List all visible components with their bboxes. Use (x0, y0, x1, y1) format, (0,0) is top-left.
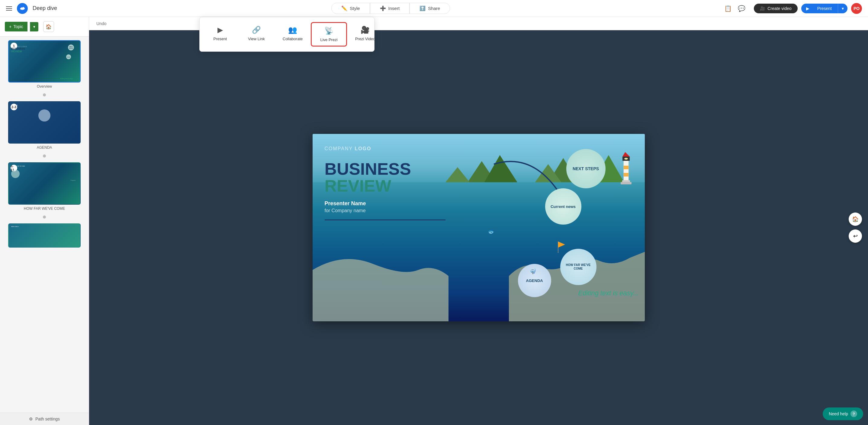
present-dropdown-icon: ▶ (217, 26, 223, 34)
sidebar-toolbar: + Topic ▾ 🏠 (0, 17, 89, 36)
help-icon: ? (850, 410, 857, 417)
need-help-label: Need help (829, 412, 848, 416)
path-settings-button[interactable]: ⚙ Path settings (5, 417, 84, 421)
share-liveprezi-label: Live Prezi (320, 37, 337, 42)
need-help-button[interactable]: Need help ? (823, 407, 863, 420)
style-label: Style (350, 6, 360, 11)
prezivideo-icon: 🎥 (361, 26, 370, 34)
presentation-slide[interactable]: COMPANY LOGO BUSINESS REVIEW Presenter N… (313, 134, 645, 321)
fish-icon: 🐟 (488, 228, 495, 235)
notes-icon[interactable]: 📋 (724, 5, 732, 12)
video-camera-icon: 🎥 (760, 6, 765, 11)
path-settings-label: Path settings (35, 417, 60, 421)
slide-text-area: COMPANY LOGO BUSINESS REVIEW Presenter N… (325, 146, 445, 220)
menu-icon[interactable] (6, 6, 12, 10)
sidebar-item-newgoals[interactable]: NEW GOALS (2, 223, 86, 248)
sidebar-item-agenda[interactable]: 2-3 AGENDA AGENDA (2, 101, 86, 150)
svg-rect-9 (624, 160, 628, 181)
create-video-label: Create video (768, 6, 791, 11)
topbar: Deep dive ✏️ Style ➕ Insert ⬆️ Share 📋 💬… (0, 0, 868, 17)
share-liveprezi-item[interactable]: 📡 Live Prezi (311, 22, 347, 47)
slide-label-3: HOW FAR WE'VE COME (24, 206, 65, 211)
slide-thumb-1[interactable]: 1 COMPANY LOGO BUSINESS REVIEW NEXT STEP… (8, 40, 81, 83)
link-icon: 🔗 (252, 26, 261, 34)
share-dropdown: ▶ Present 🔗 View Link 👥 Collaborate 📡 Li… (199, 17, 374, 52)
present-button[interactable]: ▶ Present ▾ (801, 4, 847, 13)
logo-bold: LOGO (354, 146, 371, 151)
nav-back-button[interactable]: ↩ (849, 229, 862, 243)
present-label: Present (811, 4, 838, 13)
undo-button[interactable]: Undo (96, 21, 106, 26)
slide-thumb-4[interactable]: NEW GOALS (8, 223, 81, 248)
connector-2 (2, 154, 86, 158)
collaborate-icon: 👥 (288, 26, 297, 34)
business-review-title: BUSINESS REVIEW (325, 161, 445, 194)
current-news-text: Current news (551, 204, 576, 209)
tab-share[interactable]: ⬆️ Share (409, 3, 450, 14)
slide-label-1: Overview (37, 84, 52, 89)
topbar-action-icons: 📋 💬 (724, 5, 745, 12)
circle-next-steps[interactable]: NEXT STEPS (566, 149, 606, 188)
topbar-right: 📋 💬 🎥 Create video ▶ Present ▾ PO (718, 3, 868, 14)
thumb-inner-4: NEW GOALS (9, 224, 80, 247)
share-prezivideo-label: Prezi Video (355, 36, 375, 41)
svg-rect-16 (621, 182, 631, 185)
present-chevron-icon[interactable]: ▾ (838, 4, 847, 13)
circle-how-far[interactable]: HOW FAR WE'VE COME (560, 249, 596, 285)
circle-current-news[interactable]: Current news (545, 188, 581, 225)
thumb-inner-3: HOW FAR WE'VE COME Progress (9, 163, 80, 204)
svg-rect-11 (624, 166, 628, 169)
slide-label-2: AGENDA (37, 145, 52, 150)
share-present-item[interactable]: ▶ Present (202, 22, 238, 45)
presenter-sub: for Company name (325, 208, 445, 214)
avatar[interactable]: PO (851, 3, 862, 14)
share-collaborate-item[interactable]: 👥 Collaborate (275, 22, 311, 45)
path-icon: ⚙ (29, 417, 33, 421)
svg-rect-12 (624, 173, 628, 176)
style-icon: ✏️ (341, 5, 347, 11)
prezi-logo-icon[interactable] (17, 3, 28, 14)
tab-style[interactable]: ✏️ Style (331, 3, 370, 14)
share-collaborate-label: Collaborate (283, 36, 303, 41)
company-logo-text: COMPANY LOGO (325, 146, 445, 151)
thumb-inner-2: AGENDA (9, 102, 80, 143)
lighthouse (618, 150, 633, 191)
share-viewlink-item[interactable]: 🔗 View Link (238, 22, 275, 45)
nav-home-button[interactable]: 🏠 (849, 213, 862, 226)
plus-icon: + (9, 24, 11, 29)
share-viewlink-label: View Link (248, 36, 265, 41)
share-label: Share (428, 6, 440, 11)
divider-line (325, 220, 445, 220)
connector-dot-2 (43, 154, 46, 158)
svg-point-17 (624, 158, 628, 160)
comments-icon[interactable]: 💬 (738, 5, 745, 12)
share-present-label: Present (214, 36, 227, 41)
present-play-icon: ▶ (801, 4, 811, 13)
agenda-text: AGENDA (526, 278, 543, 283)
title-line1: BUSINESS (325, 161, 445, 177)
topic-chevron-button[interactable]: ▾ (30, 22, 38, 31)
sidebar-item-howfar[interactable]: 4-11 HOW FAR WE'VE COME Progress HOW FAR… (2, 162, 86, 211)
tab-insert[interactable]: ➕ Insert (370, 3, 410, 14)
share-prezivideo-item[interactable]: 🎥 Prezi Video (347, 22, 383, 45)
main-canvas: COMPANY LOGO BUSINESS REVIEW Presenter N… (89, 30, 868, 425)
sidebar-item-overview[interactable]: 1 COMPANY LOGO BUSINESS REVIEW NEXT STEP… (2, 40, 86, 89)
thumb-inner-1: COMPANY LOGO BUSINESS REVIEW NEXT STEPS … (9, 41, 80, 82)
right-nav: 🏠 ↩ (849, 213, 862, 243)
liveprezi-icon: 📡 (324, 27, 334, 35)
slide-thumb-2[interactable]: 2-3 AGENDA (8, 101, 81, 144)
connector-dot-3 (43, 216, 46, 219)
create-video-button[interactable]: 🎥 Create video (754, 4, 797, 13)
app-title: Deep dive (33, 5, 57, 11)
sidebar: + Topic ▾ 🏠 1 COMPANY LOGO BUSINESS REVI… (0, 17, 89, 425)
sidebar-items: 1 COMPANY LOGO BUSINESS REVIEW NEXT STEP… (0, 36, 89, 413)
editing-text: Editing text is easy... (578, 289, 639, 297)
sidebar-home-button[interactable]: 🏠 (43, 21, 54, 32)
slide-thumb-3[interactable]: 4-11 HOW FAR WE'VE COME Progress (8, 162, 81, 205)
diver-icon: 🤿 (529, 268, 536, 275)
topic-button[interactable]: + Topic (5, 22, 28, 31)
connector-1 (2, 93, 86, 96)
share-icon: ⬆️ (420, 5, 426, 11)
next-steps-text: NEXT STEPS (572, 166, 599, 171)
flag (557, 242, 566, 255)
